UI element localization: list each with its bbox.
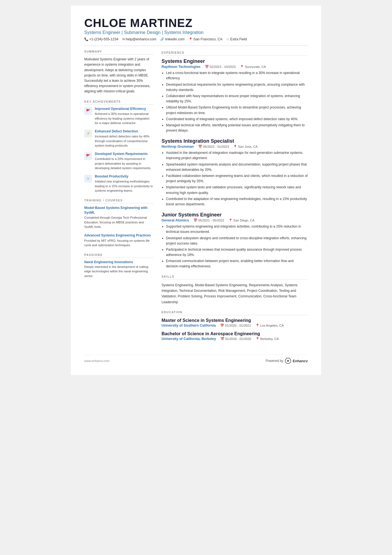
achievement-icon-1: ⚡ <box>84 130 92 137</box>
extra-text: Extra Field <box>230 37 247 41</box>
right-column: EXPERIENCE Systems Engineer Raytheon Tec… <box>162 50 308 346</box>
passions-section: PASSIONS Naval Engineering Innovations D… <box>84 253 154 278</box>
contact-row: 📞 +1-(234)-555-1234 ✉ help@enhancv.com 🔗… <box>84 37 308 41</box>
exp-dates-1: 📅 06/2022 - 01/2023 <box>198 145 229 149</box>
training-title: TRAINING / COURSES <box>84 199 154 203</box>
bullet-1-4: Contributed to the adaptation of new eng… <box>166 196 308 207</box>
training-section: TRAINING / COURSES Model-Based Systems E… <box>84 199 154 248</box>
contact-phone: 📞 +1-(234)-555-1234 <box>84 37 118 41</box>
bullet-0-2: Collaborated with Navy representatives t… <box>166 93 308 104</box>
exp-meta-2: General Atomics 📅 05/2021 - 05/2022 📍 Sa… <box>162 218 308 222</box>
training-item-1: Advanced Systems Engineering Practices P… <box>84 233 154 248</box>
bullet-0-1: Developed technical requirements for sys… <box>166 82 308 93</box>
contact-email: ✉ help@enhancv.com <box>122 37 157 41</box>
training-name-1: Advanced Systems Engineering Practices <box>84 233 154 238</box>
exp-location-1: 📍 San Jose, CA <box>233 145 257 149</box>
passion-desc-0: Deeply interested in the development of … <box>84 265 154 278</box>
edu-block-0: Master of Science in Systems Engineering… <box>162 318 308 327</box>
bullet-0-5: Managed technical risk efforts, identify… <box>166 123 308 133</box>
edu-location-0: 📍 Los Angeles, CA <box>255 324 284 327</box>
calendar-icon-0: 📅 <box>205 65 209 69</box>
exp-block-2: Junior Systems Engineer General Atomics … <box>162 212 308 269</box>
passions-title: PASSIONS <box>84 253 154 258</box>
achievement-content-2: Developed System Requirements Contribute… <box>95 152 154 171</box>
achievement-title-2: Developed System Requirements <box>95 152 154 156</box>
training-desc-0: Completed through Georgia Tech Professio… <box>84 215 154 229</box>
phone-icon: 📞 <box>84 37 88 41</box>
edu-location-icon-1: 📍 <box>255 337 259 341</box>
skills-section: SKILLS Systems Engineering, Model-Based … <box>162 275 308 305</box>
exp-company-0: Raytheon Technologies <box>162 65 200 69</box>
achievement-item-2: 🚩 Developed System Requirements Contribu… <box>84 152 154 171</box>
edu-calendar-icon-1: 📅 <box>220 337 224 341</box>
edu-meta-0: University of Southern California 📅 01/2… <box>162 324 308 327</box>
edu-school-1: University of California, Berkeley <box>162 337 216 341</box>
achievement-icon-2: 🚩 <box>84 152 92 160</box>
edu-location-icon-0: 📍 <box>255 324 259 327</box>
location-icon: 📍 <box>188 37 193 41</box>
footer-brand: Powered by Enhancv <box>266 358 308 364</box>
passion-name-0: Naval Engineering Innovations <box>84 260 154 264</box>
edu-meta-1: University of California, Berkeley 📅 01/… <box>162 337 308 341</box>
skills-text: Systems Engineering, Model-Based Systems… <box>162 282 308 305</box>
training-name-0: Model-Based Systems Engineering with Sys… <box>84 206 154 215</box>
bullet-1-2: Facilitated collaboration between engine… <box>166 173 308 184</box>
linkedin-icon: 🔗 <box>160 37 164 41</box>
exp-dates-2: 📅 05/2021 - 05/2022 <box>193 218 224 222</box>
exp-location-0: 📍 Sunnyvale, CA <box>240 65 266 69</box>
contact-location: 📍 San Francisco, CA <box>188 37 222 41</box>
bullet-2-2: Participated in technical reviews that i… <box>166 247 308 258</box>
edu-dates-0: 📅 01/2020 - 01/2021 <box>220 324 251 327</box>
phone-text: +1-(234)-555-1234 <box>89 37 118 41</box>
summary-title: SUMMARY <box>84 50 154 55</box>
achievement-item-0: 🚩 Improved Operational Efficiency Achiev… <box>84 107 154 125</box>
achievement-desc-0: Achieved a 30% increase in operational e… <box>95 112 154 125</box>
contact-extra: ☆ Extra Field <box>226 37 247 41</box>
brand-name: Enhancv <box>293 359 308 363</box>
bullet-2-1: Developed subsystem designs and contribu… <box>166 236 308 246</box>
summary-text: Motivated Systems Engineer with 2 years … <box>84 57 154 94</box>
contact-linkedin: 🔗 linkedin.com <box>160 37 184 41</box>
experience-title: EXPERIENCE <box>162 51 308 56</box>
header-divider <box>84 46 308 46</box>
exp-location-2: 📍 San Diego, CA <box>229 218 254 222</box>
edu-calendar-icon-0: 📅 <box>220 324 224 327</box>
experience-section: EXPERIENCE Systems Engineer Raytheon Tec… <box>162 51 308 269</box>
education-title: EDUCATION <box>162 310 308 315</box>
achievement-icon-0: 🚩 <box>84 107 92 115</box>
left-column: SUMMARY Motivated Systems Engineer with … <box>84 50 154 346</box>
exp-meta-1: Northrop Grumman 📅 06/2022 - 01/2023 📍 S… <box>162 145 308 149</box>
skills-title: SKILLS <box>162 275 308 280</box>
achievement-content-0: Improved Operational Efficiency Achieved… <box>95 107 154 125</box>
achievement-icon-3: ☆ <box>84 175 92 182</box>
header: CHLOE MARTINEZ Systems Engineer | Submar… <box>84 17 308 46</box>
achievement-desc-3: Initiated new engineering methodologies … <box>95 179 154 193</box>
bullet-0-0: Led a cross-functional team to integrate… <box>166 70 308 81</box>
exp-block-1: Systems Integration Specialist Northrop … <box>162 138 308 207</box>
location-text: San Francisco, CA <box>193 37 222 41</box>
edu-degree-0: Master of Science in Systems Engineering <box>162 318 308 323</box>
exp-company-1: Northrop Grumman <box>162 145 194 149</box>
bullet-2-3: Enhanced communication between project t… <box>166 258 308 269</box>
bullet-2-0: Supported systems engineering and integr… <box>166 224 308 235</box>
calendar-icon-2: 📅 <box>193 218 197 222</box>
linkedin-text: linkedin.com <box>165 37 184 41</box>
exp-bullets-0: Led a cross-functional team to integrate… <box>166 70 308 133</box>
exp-dates-0: 📅 02/2023 - 10/2023 <box>205 65 235 69</box>
achievement-item-1: ⚡ Enhanced Defect Detection Increased de… <box>84 129 154 148</box>
exp-company-2: General Atomics <box>162 218 189 222</box>
email-icon: ✉ <box>122 37 125 41</box>
training-item-0: Model-Based Systems Engineering with Sys… <box>84 206 154 229</box>
achievement-content-1: Enhanced Defect Detection Increased defe… <box>95 129 154 148</box>
achievement-title-0: Improved Operational Efficiency <box>95 107 154 111</box>
summary-section: SUMMARY Motivated Systems Engineer with … <box>84 50 154 94</box>
location-icon-1: 📍 <box>233 145 237 149</box>
email-text: help@enhancv.com <box>126 37 157 41</box>
extra-icon: ☆ <box>226 37 229 41</box>
exp-jobtitle-2: Junior Systems Engineer <box>162 212 308 218</box>
edu-location-1: 📍 Berkeley, CA <box>255 337 279 341</box>
resume-page: CHLOE MARTINEZ Systems Engineer | Submar… <box>71 6 321 375</box>
achievement-content-3: Boosted Productivity Initiated new engin… <box>95 174 154 193</box>
exp-bullets-1: Assisted in the development of integrati… <box>166 150 308 207</box>
achievement-item-3: ☆ Boosted Productivity Initiated new eng… <box>84 174 154 193</box>
